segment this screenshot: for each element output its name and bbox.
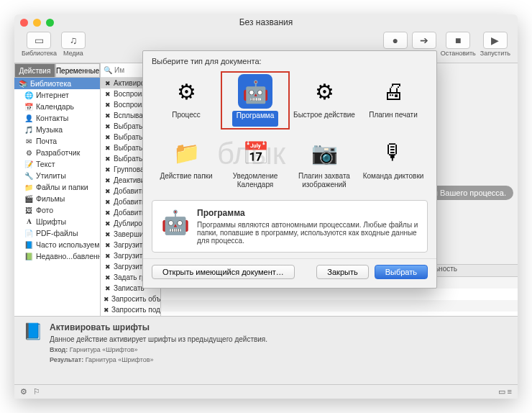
- search-icon: 🔍: [104, 66, 112, 74]
- run-button[interactable]: ▶: [483, 32, 508, 49]
- library-item[interactable]: 👤Контакты: [14, 112, 100, 124]
- lib-icon: 𝐀: [24, 217, 33, 226]
- action-icon: ✖: [104, 273, 111, 281]
- document-type-option[interactable]: 🤖Программа: [221, 71, 290, 130]
- gear-icon[interactable]: ⚙: [20, 387, 27, 396]
- type-icon: 📷: [307, 135, 341, 170]
- media-tab[interactable]: ♫: [61, 32, 86, 49]
- document-type-option[interactable]: 🎙Команда диктовки: [359, 132, 428, 191]
- document-type-grid: ⚙Процесс🤖Программа⚙Быстрое действие🖨Плаг…: [143, 68, 436, 197]
- lib-icon: 🌐: [24, 91, 33, 99]
- action-icon: ✖: [104, 112, 111, 119]
- lib-icon: 🔧: [24, 171, 33, 180]
- lib-icon: 📗: [24, 252, 33, 260]
- action-icon: ✖: [104, 187, 111, 195]
- open-existing-button[interactable]: Открыть имеющийся документ…: [152, 265, 295, 279]
- lib-icon: ⚙: [24, 148, 33, 157]
- type-description: 🤖 Программа Программы являются автономны…: [152, 200, 428, 253]
- lib-icon: 👤: [24, 114, 33, 122]
- record-button[interactable]: ●: [383, 32, 408, 49]
- library-tab[interactable]: ▭: [27, 32, 51, 49]
- stop-button[interactable]: ■: [446, 32, 470, 49]
- flag-icon[interactable]: ⚐: [33, 387, 40, 396]
- library-item[interactable]: 𝐀Шрифты: [14, 216, 100, 227]
- dialog-prompt: Выберите тип для документа:: [143, 51, 436, 68]
- document-type-option[interactable]: 📅Уведомление Календаря: [221, 132, 290, 191]
- document-type-option[interactable]: 📁Действие папки: [152, 132, 221, 191]
- type-icon: 📁: [169, 135, 203, 170]
- action-icon: ✖: [104, 176, 111, 184]
- lib-icon: ✉: [24, 137, 33, 145]
- document-type-option[interactable]: 📷Плагин захвата изображений: [290, 132, 359, 191]
- lib-icon: 🎬: [24, 194, 33, 203]
- action-icon: ✖: [104, 209, 111, 217]
- library-item[interactable]: 📚Библиотека: [14, 78, 100, 89]
- action-icon: ✖: [104, 252, 111, 260]
- library-item[interactable]: 📄PDF-файлы: [14, 227, 100, 239]
- library-item[interactable]: ⚙Разработчик: [14, 147, 100, 158]
- close-button[interactable]: Закрыть: [316, 265, 368, 279]
- info-desc: Данное действие активирует шрифты из пре…: [50, 335, 267, 343]
- titlebar: Без названия: [14, 14, 518, 30]
- type-icon: 🖨: [376, 74, 411, 109]
- tab-variables[interactable]: Переменные: [55, 63, 100, 78]
- library-item[interactable]: 🖼Фото: [14, 204, 100, 216]
- info-title: Активировать шрифты: [50, 322, 267, 332]
- lib-icon: 📅: [24, 102, 33, 111]
- document-type-option[interactable]: ⚙Процесс: [152, 71, 221, 130]
- robot-icon: 🤖: [161, 208, 190, 237]
- action-icon: ✖: [104, 306, 109, 314]
- action-icon: ✖: [104, 155, 111, 163]
- action-item[interactable]: ✖Запросить объекты Finder: [101, 294, 160, 304]
- library-item[interactable]: ✉Почта: [14, 135, 100, 147]
- lib-icon: 📄: [24, 229, 33, 237]
- type-icon: 🤖: [238, 74, 272, 109]
- type-icon: ⚙: [169, 74, 203, 109]
- tab-actions[interactable]: Действия: [14, 63, 55, 78]
- action-icon: ✖: [104, 241, 111, 249]
- library-column: Действия Переменные 📚Библиотека🌐Интернет…: [14, 63, 101, 316]
- choose-button[interactable]: Выбрать: [375, 265, 428, 279]
- action-icon: ✖: [104, 133, 111, 141]
- action-icon: ✖: [104, 122, 111, 130]
- library-item[interactable]: 📁Файлы и папки: [14, 181, 100, 193]
- action-icon: ✖: [104, 230, 111, 238]
- library-item[interactable]: 🎵Музыка: [14, 124, 100, 135]
- lib-icon: 📁: [24, 183, 33, 191]
- library-list[interactable]: 📚Библиотека🌐Интернет📅Календарь👤Контакты🎵…: [14, 78, 100, 316]
- lib-icon: 📘: [24, 240, 33, 249]
- library-item[interactable]: 📗Недавно...бавленные: [14, 250, 100, 262]
- document-type-option[interactable]: 🖨Плагин печати: [359, 71, 428, 130]
- library-item[interactable]: 🔧Утилиты: [14, 170, 100, 181]
- new-document-dialog: Выберите тип для документа: ⚙Процесс🤖Про…: [142, 50, 437, 289]
- library-item[interactable]: 🎬Фильмы: [14, 193, 100, 204]
- lib-icon: 🖼: [24, 206, 33, 214]
- dialog-footer: Открыть имеющийся документ… Закрыть Выбр…: [143, 258, 436, 288]
- document-type-option[interactable]: ⚙Быстрое действие: [290, 71, 359, 130]
- library-item[interactable]: 🌐Интернет: [14, 89, 100, 101]
- type-icon: ⚙: [307, 74, 341, 109]
- font-icon: 📘: [23, 322, 42, 363]
- type-icon: 🎙: [376, 135, 411, 170]
- action-icon: ✖: [104, 219, 111, 227]
- window-title: Без названия: [14, 17, 518, 27]
- library-item[interactable]: 📘Часто используемые: [14, 239, 100, 250]
- left-tabs: Действия Переменные: [14, 63, 100, 78]
- desc-title: Программа: [197, 208, 418, 218]
- library-item[interactable]: 📝Текст: [14, 158, 100, 170]
- action-icon: ✖: [104, 263, 111, 271]
- lib-icon: 📝: [24, 160, 33, 168]
- lib-icon: 📚: [19, 79, 27, 88]
- desc-body: Программы являются автономными процессам…: [197, 221, 418, 245]
- action-icon: ✖: [104, 144, 111, 152]
- info-panel: 📘 Активировать шрифты Данное действие ак…: [14, 316, 518, 384]
- type-icon: 📅: [238, 135, 272, 170]
- action-item[interactable]: ✖Запросить подтверждение: [101, 304, 160, 315]
- library-item[interactable]: 📅Календарь: [14, 101, 100, 112]
- lib-icon: 🎵: [24, 125, 33, 134]
- view-toggle-icon[interactable]: ▭ ≡: [498, 387, 512, 396]
- statusbar: ⚙ ⚐ ▭ ≡: [14, 384, 518, 399]
- action-icon: ✖: [104, 79, 111, 87]
- step-button[interactable]: ➔: [412, 32, 436, 49]
- action-icon: ✖: [104, 284, 111, 292]
